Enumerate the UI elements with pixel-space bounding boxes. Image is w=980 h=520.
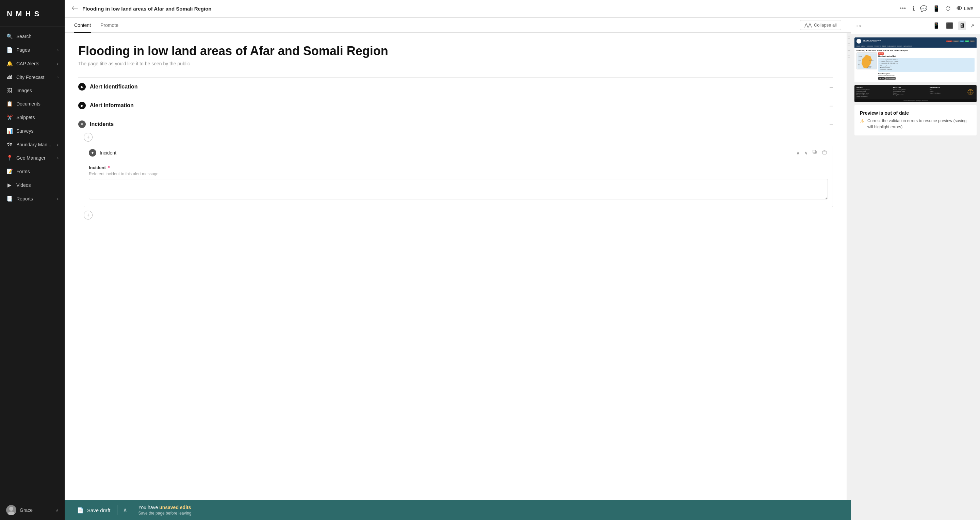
preview-map: TIGRAY ULA DJIBOUT OPIA HARARI REGION (856, 52, 877, 70)
live-badge[interactable]: 👁 LIVE (956, 5, 973, 12)
preview-expand-icon[interactable]: ↦ (856, 22, 861, 29)
content-layout: Content Promote ⋀⋀ Collapse all Flooding… (65, 18, 980, 520)
tab-content[interactable]: Content (74, 18, 91, 33)
page-heading: Flooding in low land areas of Afar and S… (78, 44, 833, 58)
preview-footer-products: PRODUCTS Seasonal Summary Bulletin Gener… (893, 87, 927, 98)
mobile-preview-button[interactable]: 📱 (932, 21, 941, 30)
sidebar-user[interactable]: Grace ∧ (0, 500, 65, 520)
save-bar-prefix: You have (138, 505, 158, 510)
section-dash: – (830, 102, 833, 109)
sidebar-item-boundary-man[interactable]: 🗺 Boundary Man... › (0, 138, 65, 151)
desktop-preview-button[interactable]: 🖥 (958, 21, 966, 30)
tablet-preview-button[interactable]: ⬛ (945, 21, 954, 30)
user-name: Grace (20, 507, 52, 513)
sidebar-item-pages[interactable]: 📄 Pages › (0, 43, 65, 57)
preview-header: NATIONAL METEOROLOGICAL & HYDROLOGICAL S… (854, 37, 977, 45)
sidebar-item-label: Boundary Man... (16, 142, 51, 147)
sidebar-item-label: CAP Alerts (16, 61, 39, 66)
scroll-dash (848, 48, 850, 48)
sidebar-item-cap-alerts[interactable]: 🔔 CAP Alerts › (0, 57, 65, 70)
main-area: Flooding in low land areas of Afar and S… (65, 0, 980, 520)
incident-duplicate-button[interactable] (811, 149, 818, 157)
section-toggle-incidents[interactable]: ▼ (78, 121, 86, 128)
incident-textarea[interactable] (89, 179, 828, 199)
section-title-identification: Alert Identification (90, 84, 137, 90)
section-title-incidents: Incidents (90, 121, 114, 127)
sidebar-item-surveys[interactable]: 📊 Surveys (0, 124, 65, 138)
sidebar-item-label: Snippets (16, 114, 35, 120)
preview-website-top: NATIONAL METEOROLOGICAL & HYDROLOGICAL S… (854, 37, 977, 83)
scroll-dash (848, 36, 850, 37)
preview-content: Flooding in low land areas of Afar and S… (854, 48, 977, 83)
sidebar-item-city-forecast[interactable]: 🏙 City Forecast › (0, 70, 65, 84)
save-draft-label: Save draft (87, 507, 110, 513)
sidebar-item-reports[interactable]: 📑 Reports › (0, 192, 65, 205)
sidebar-item-snippets[interactable]: ✂️ Snippets (0, 111, 65, 124)
incident-toggle[interactable]: ▼ (89, 149, 96, 157)
navigate-back-button[interactable] (72, 5, 78, 12)
comments-icon[interactable]: 💬 (920, 5, 927, 12)
section-alert-information: ▶ Alert Information – (78, 96, 833, 114)
section-toggle-information[interactable]: ▶ (78, 102, 86, 109)
mobile-icon[interactable]: 📱 (933, 5, 940, 12)
sidebar-item-images[interactable]: 🖼 Images (0, 84, 65, 97)
scroll-dash (848, 38, 850, 39)
section-alert-information-header[interactable]: ▶ Alert Information – (78, 102, 833, 109)
sidebar-item-videos[interactable]: ▶ Videos (0, 178, 65, 192)
cap-alerts-icon: 🔔 (6, 60, 13, 67)
sidebar-item-label: Videos (16, 183, 31, 188)
add-incident-bottom-button[interactable]: + (84, 211, 92, 219)
incident-card-header: ▼ Incident ∧ ∨ (84, 145, 833, 160)
history-icon[interactable]: ⏱ (945, 5, 951, 12)
surveys-icon: 📊 (6, 128, 13, 134)
preview-footer-organisation: ORGANISATION About Regions Training & Co… (930, 87, 964, 98)
save-bar-expand-button[interactable]: ∧ (119, 506, 131, 514)
incident-move-down-button[interactable]: ∨ (803, 149, 809, 157)
scroll-dash (848, 41, 850, 41)
incident-label: Incident (100, 150, 792, 156)
preview-alert-info: Event Flooding in parts of Bole ● Issued… (878, 52, 975, 80)
external-preview-button[interactable]: ↗ (970, 23, 975, 29)
city-forecast-icon: 🏙 (6, 74, 13, 80)
section-toggle-identification[interactable]: ▶ (78, 83, 86, 91)
preview-panel: ↦ 📱 ⬛ 🖥 ↗ NATIONAL METEOROLOGICAL & HYDR… (851, 18, 980, 520)
topbar-icons: ℹ 💬 📱 ⏱ 👁 LIVE (913, 5, 973, 12)
snippets-icon: ✂️ (6, 114, 13, 121)
tab-promote[interactable]: Promote (100, 18, 118, 33)
scroll-dash (848, 57, 850, 58)
preview-toolbar: ↦ 📱 ⬛ 🖥 ↗ (851, 18, 980, 34)
sidebar-item-search[interactable]: 🔍 Search (0, 30, 65, 43)
chevron-right-icon: › (57, 75, 59, 79)
save-draft-button[interactable]: 📄 Save draft (72, 500, 116, 520)
incident-actions: ∧ ∨ (795, 149, 828, 157)
search-icon: 🔍 (6, 33, 13, 40)
chevron-right-icon: › (57, 156, 59, 160)
sidebar-item-label: Forms (16, 169, 30, 174)
sidebar-item-label: Surveys (16, 128, 34, 134)
collapse-all-button[interactable]: ⋀⋀ Collapse all (800, 20, 841, 30)
svg-point-1 (8, 512, 14, 515)
scroll-dash (848, 43, 850, 44)
scroll-dash (848, 55, 850, 56)
section-alert-identification-header[interactable]: ▶ Alert Identification – (78, 83, 833, 91)
sidebar-item-documents[interactable]: 📋 Documents (0, 97, 65, 111)
incident-card: ▼ Incident ∧ ∨ (84, 145, 833, 207)
incident-move-up-button[interactable]: ∧ (795, 149, 801, 157)
document-icon: 📄 (77, 507, 84, 514)
topbar: Flooding in low land areas of Afar and S… (65, 0, 980, 18)
preview-error: Preview is out of date ⚠ Correct the val… (854, 105, 977, 135)
chevron-right-icon: › (57, 62, 59, 66)
more-options-button[interactable]: ••• (899, 5, 906, 12)
add-incident-top-button[interactable]: + (84, 133, 92, 142)
section-incidents-header[interactable]: ▼ Incidents – (78, 121, 833, 128)
page-title: Flooding in low land areas of Afar and S… (82, 6, 895, 11)
svg-point-0 (9, 507, 13, 511)
svg-text:TIGRAY: TIGRAY (859, 56, 862, 57)
save-bar: 📄 Save draft ∧ You have unsaved edits Sa… (65, 500, 851, 520)
sidebar-item-forms[interactable]: 📝 Forms (0, 165, 65, 178)
sidebar-item-geo-manager[interactable]: 📍 Geo Manager › (0, 151, 65, 165)
required-indicator: * (108, 165, 110, 170)
incident-delete-button[interactable] (821, 149, 828, 157)
warning-icon: ⚠ (860, 118, 865, 124)
info-icon[interactable]: ℹ (913, 5, 915, 12)
